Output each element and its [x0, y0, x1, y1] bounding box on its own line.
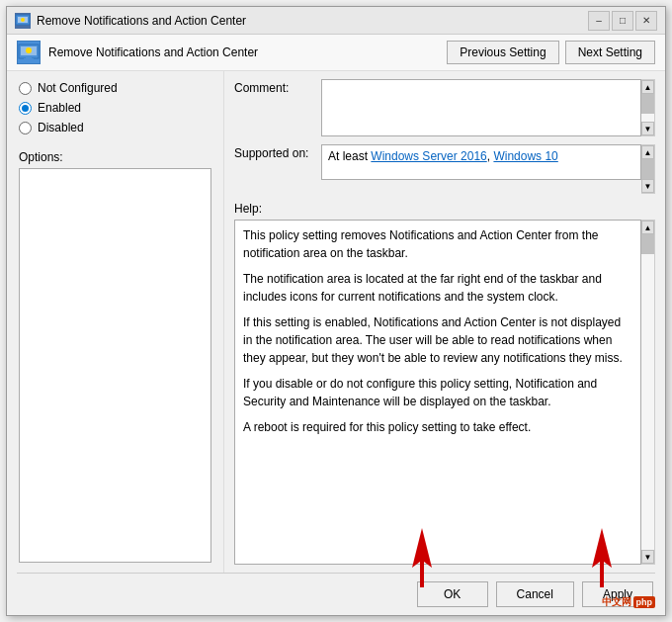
radio-circle-disabled	[19, 122, 32, 134]
help-p2: The notification area is located at the …	[243, 270, 632, 306]
comment-scroll-up[interactable]: ▲	[641, 80, 654, 94]
header-title: Remove Notifications and Action Center	[48, 45, 258, 59]
supported-scroll-down[interactable]: ▼	[641, 179, 654, 193]
header-icon	[17, 41, 41, 64]
svg-point-2	[21, 18, 25, 22]
supported-row: Supported on: At least Windows Server 20…	[234, 144, 655, 194]
radio-disabled[interactable]: Disabled	[19, 121, 211, 134]
radio-enabled[interactable]: Enabled	[19, 101, 211, 115]
help-label: Help:	[234, 202, 262, 216]
help-text: This policy setting removes Notification…	[234, 220, 641, 565]
prev-setting-button[interactable]: Previous Setting	[447, 41, 558, 64]
ok-button[interactable]: OK	[417, 581, 488, 607]
supported-scroll-up[interactable]: ▲	[641, 145, 654, 159]
svg-rect-7	[24, 58, 34, 60]
header-left: Remove Notifications and Action Center	[17, 41, 258, 64]
comment-label: Comment:	[234, 79, 313, 95]
supported-scroll-track	[641, 159, 654, 179]
close-button[interactable]: ✕	[635, 11, 657, 31]
supported-link-server[interactable]: Windows Server 2016	[371, 149, 486, 163]
right-panel: Comment: ▲ ▼ Supported on:	[224, 71, 665, 573]
minimize-button[interactable]: –	[588, 11, 610, 31]
radio-not-configured[interactable]: Not Configured	[19, 81, 211, 95]
supported-value: At least Windows Server 2016, Windows 10	[321, 144, 641, 180]
options-box	[19, 168, 211, 563]
comment-textarea-wrapper: ▲ ▼	[321, 79, 655, 136]
radio-label-enabled: Enabled	[38, 101, 81, 115]
help-scroll-down[interactable]: ▼	[641, 550, 654, 564]
help-scrollbar[interactable]: ▲ ▼	[641, 220, 655, 565]
svg-rect-6	[26, 56, 32, 58]
left-panel: Not Configured Enabled Disabled Options:	[7, 71, 224, 573]
comment-scroll-thumb[interactable]	[641, 94, 654, 114]
supported-value-wrapper: At least Windows Server 2016, Windows 10…	[321, 144, 655, 194]
title-controls: – □ ✕	[588, 11, 657, 31]
help-label-row: Help:	[234, 202, 655, 216]
nav-buttons: Previous Setting Next Setting	[447, 41, 655, 64]
help-content-wrapper: This policy setting removes Notification…	[234, 220, 655, 565]
apply-button[interactable]: Apply	[582, 581, 653, 607]
title-bar: Remove Notifications and Action Center –…	[7, 7, 665, 35]
comment-textarea[interactable]	[321, 79, 641, 136]
comment-scroll-down[interactable]: ▼	[641, 122, 654, 135]
radio-label-not-configured: Not Configured	[38, 81, 118, 95]
svg-point-5	[26, 47, 32, 53]
supported-scroll-thumb[interactable]	[641, 159, 654, 179]
maximize-button[interactable]: □	[612, 11, 633, 31]
radio-label-disabled: Disabled	[38, 121, 84, 134]
supported-label: Supported on:	[234, 144, 313, 160]
main-content: Not Configured Enabled Disabled Options:…	[7, 71, 665, 573]
cancel-button[interactable]: Cancel	[496, 581, 574, 607]
comment-scroll-track	[641, 94, 654, 122]
help-scroll-up[interactable]: ▲	[641, 221, 654, 234]
help-p3: If this setting is enabled, Notification…	[243, 313, 632, 367]
help-scroll-track	[641, 234, 654, 550]
help-p1: This policy setting removes Notification…	[243, 226, 632, 262]
main-window: Remove Notifications and Action Center –…	[6, 6, 666, 616]
options-label: Options:	[19, 150, 211, 164]
help-scroll-thumb[interactable]	[641, 234, 654, 254]
supported-scrollbar[interactable]: ▲ ▼	[641, 144, 655, 194]
help-p5: A reboot is required for this policy set…	[243, 418, 632, 436]
comment-row: Comment: ▲ ▼	[234, 79, 655, 136]
header-bar: Remove Notifications and Action Center P…	[7, 35, 665, 71]
comment-scrollbar[interactable]: ▲ ▼	[641, 79, 655, 136]
title-bar-left: Remove Notifications and Action Center	[15, 13, 246, 29]
next-setting-button[interactable]: Next Setting	[565, 41, 655, 64]
radio-circle-not-configured	[19, 82, 32, 95]
window-title: Remove Notifications and Action Center	[37, 14, 246, 28]
radio-group: Not Configured Enabled Disabled	[19, 81, 211, 134]
supported-link-win10[interactable]: Windows 10	[493, 149, 557, 163]
window-icon	[15, 13, 31, 29]
help-p4: If you disable or do not configure this …	[243, 375, 632, 410]
radio-circle-enabled	[19, 102, 32, 115]
bottom-bar: OK Cancel Apply 中文网 php	[7, 574, 665, 615]
